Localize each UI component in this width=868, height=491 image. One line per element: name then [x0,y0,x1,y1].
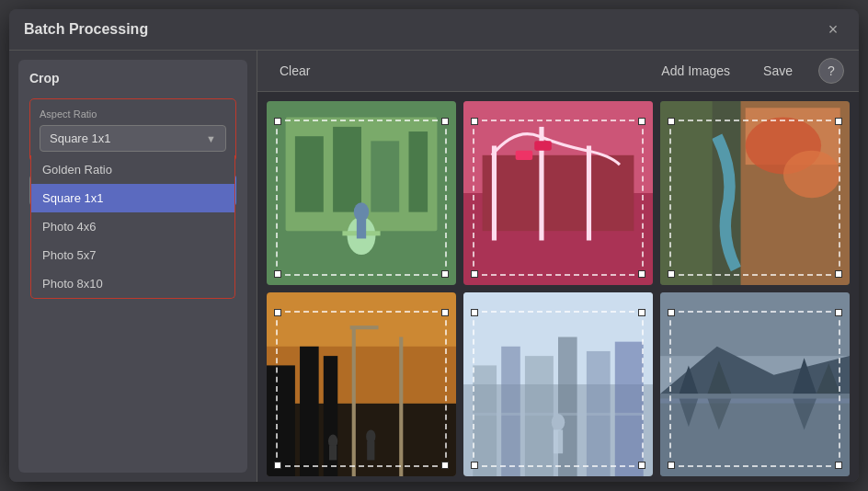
svg-rect-12 [483,155,634,231]
dropdown-item-photo-5x7[interactable]: Photo 5x7 [31,241,234,269]
svg-point-8 [354,202,369,222]
svg-rect-40 [473,365,497,476]
svg-rect-29 [300,347,319,476]
toolbar: Clear Add Images Save ? [257,51,859,92]
left-panel: Crop Aspect Ratio Square 1x1 ▼ Golden Ra… [9,51,257,482]
clear-button[interactable]: Clear [272,60,317,82]
svg-rect-43 [558,337,577,477]
image-cell-3[interactable] [660,101,850,285]
svg-rect-37 [367,441,374,461]
dropdown-menu: Golden Ratio Square 1x1 Photo 4x6 Photo … [30,155,235,299]
svg-rect-35 [329,446,337,460]
svg-rect-41 [501,347,520,476]
save-button[interactable]: Save [756,60,800,82]
crop-label: Crop [29,71,236,86]
dialog-title: Batch Processing [24,21,148,38]
close-button[interactable]: × [822,18,844,40]
svg-rect-9 [357,220,366,239]
crop-box: Crop Aspect Ratio Square 1x1 ▼ Golden Ra… [18,60,247,473]
aspect-ratio-section: Aspect Ratio Square 1x1 ▼ Golden Ratio S… [29,98,236,162]
dropdown-item-square-1x1[interactable]: Square 1x1 [31,184,234,212]
right-panel: Clear Add Images Save ? [257,51,859,482]
svg-rect-32 [399,337,403,477]
svg-rect-28 [267,365,295,476]
svg-rect-20 [660,101,713,285]
svg-rect-31 [352,327,356,476]
svg-point-34 [328,435,337,448]
image-cell-2[interactable] [463,101,653,285]
chevron-down-icon: ▼ [206,133,216,144]
svg-rect-2 [295,136,324,211]
dropdown-item-photo-4x6[interactable]: Photo 4x6 [31,212,234,241]
svg-point-46 [552,414,565,431]
image-cell-4[interactable] [267,292,456,476]
dialog-header: Batch Processing × [9,9,859,51]
image-cell-1[interactable] [267,101,456,285]
selected-option-label: Square 1x1 [50,131,111,145]
add-images-button[interactable]: Add Images [654,60,737,82]
svg-rect-13 [492,146,497,241]
batch-processing-dialog: Batch Processing × Crop Aspect Ratio Squ… [9,9,859,482]
svg-rect-17 [534,141,552,150]
aspect-ratio-select[interactable]: Square 1x1 ▼ [40,125,226,152]
svg-rect-5 [409,131,428,212]
image-cell-5[interactable] [463,292,653,476]
svg-rect-48 [463,413,653,416]
svg-rect-15 [587,146,591,241]
image-cell-6[interactable] [660,292,850,476]
svg-rect-45 [615,342,644,476]
image-grid [257,92,859,482]
dialog-overlay: Batch Processing × Crop Aspect Ratio Squ… [0,0,868,491]
svg-rect-42 [525,356,554,476]
help-button[interactable]: ? [818,58,844,84]
svg-rect-16 [516,151,533,160]
dropdown-item-photo-8x10[interactable]: Photo 8x10 [31,269,234,298]
svg-rect-33 [350,325,379,329]
svg-rect-4 [371,141,399,211]
svg-rect-47 [554,429,563,453]
svg-rect-3 [333,127,361,212]
aspect-ratio-label: Aspect Ratio [40,108,226,120]
select-wrapper: Square 1x1 ▼ Golden Ratio Square 1x1 Pho… [40,125,226,152]
svg-point-24 [783,151,840,199]
dialog-body: Crop Aspect Ratio Square 1x1 ▼ Golden Ra… [9,51,859,482]
svg-point-36 [366,429,375,442]
dropdown-item-golden-ratio[interactable]: Golden Ratio [31,155,234,184]
